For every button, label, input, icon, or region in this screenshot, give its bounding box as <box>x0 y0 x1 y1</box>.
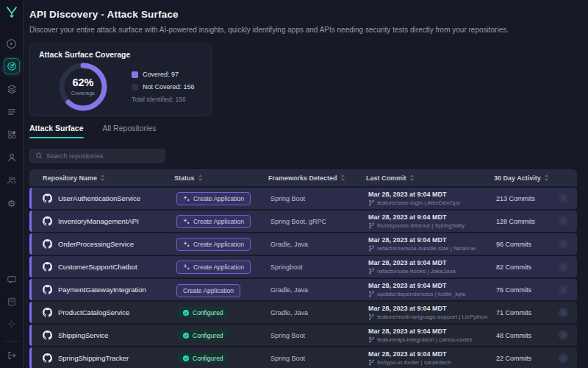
commit-branch: update/dependencies | kotlin_kyle <box>368 291 496 297</box>
docs-book-icon[interactable] <box>4 294 20 310</box>
legend-covered-swatch <box>132 71 138 78</box>
github-icon <box>43 239 52 249</box>
git-branch-icon <box>368 245 375 252</box>
col-repository-name[interactable]: Repository Name <box>29 174 174 182</box>
activity-commits: 48 Commits <box>496 332 531 339</box>
users-icon[interactable] <box>4 172 20 188</box>
commit-branch-text: refactor/use-hooks | JakeJava <box>377 268 456 275</box>
frameworks: Spring Boot <box>270 332 305 339</box>
grid-apps-icon[interactable] <box>4 127 20 143</box>
sparkle-plus-icon <box>183 195 190 202</box>
table-body: UserAuthenticationService Create Applica… <box>29 188 577 368</box>
col-last-commit[interactable]: Last Commit <box>366 174 494 182</box>
git-branch-icon <box>368 336 375 343</box>
table-row[interactable]: SpringShippingTracker Configured Spring … <box>29 347 577 368</box>
logout-icon[interactable] <box>4 347 20 364</box>
create-application-button[interactable]: Create Application <box>176 215 251 228</box>
info-icon[interactable]: i <box>559 330 568 340</box>
repo-name: OrderProcessingService <box>58 240 134 248</box>
repo-name: InventoryManagementAPI <box>58 217 139 225</box>
search-icon <box>35 152 43 160</box>
sparkle-plus-icon <box>183 241 190 248</box>
info-icon[interactable]: i <box>559 308 568 317</box>
frameworks: Springboot <box>270 263 303 271</box>
commit-branch: feature/api-integration | carlos-codes <box>368 336 496 343</box>
status-cell: Configured <box>176 329 270 342</box>
frameworks: Spring Boot <box>270 355 305 362</box>
layers-icon[interactable] <box>4 81 20 97</box>
commit-branch-text: refactor/reduce-bundle-size | NinaVue <box>377 245 476 252</box>
commit-branch-text: feature/user-login | AlexDevOps <box>377 199 460 206</box>
github-icon <box>43 308 52 317</box>
create-application-button[interactable]: Create Application <box>176 238 251 251</box>
create-application-button[interactable]: Create Application <box>176 284 240 297</box>
commit-branch: fix/typo-in-footer | saraintech <box>368 359 496 366</box>
repo-name: ShippingService <box>58 331 109 339</box>
check-circle-icon <box>182 355 190 362</box>
table-row[interactable]: ProductCatalogService Configured Gradle,… <box>29 302 577 323</box>
play-circle-icon[interactable] <box>4 35 20 52</box>
git-branch-icon <box>368 268 375 275</box>
sparkle-plus-icon <box>183 218 190 225</box>
spark-icon[interactable] <box>4 316 20 332</box>
col-30-day-activity[interactable]: 30 Day Activity <box>494 174 577 182</box>
col-frameworks-detected[interactable]: Frameworks Detected <box>268 174 366 182</box>
tab-attack-surface[interactable]: Attack Surface <box>29 124 84 138</box>
info-icon[interactable]: i <box>559 262 568 272</box>
table-row[interactable]: ShippingService Configured Spring Boot M… <box>29 325 577 346</box>
status-cell: Configured <box>176 352 270 365</box>
legend-not-covered: Not Covered: 156 <box>132 83 195 91</box>
commit-date: Mar 28, 2023 at 9:04 MDT <box>368 259 496 266</box>
tab-all-repositories[interactable]: All Repositories <box>103 124 157 138</box>
check-circle-icon <box>182 309 190 316</box>
gear-icon[interactable]: ⚙ <box>4 195 20 211</box>
sort-icon <box>100 174 105 181</box>
commit-branch-text: update/dependencies | kotlin_kyle <box>377 291 465 297</box>
commit-date: Mar 28, 2023 at 9:04 MDT <box>368 213 496 221</box>
sort-icon <box>340 174 345 181</box>
search-input[interactable] <box>46 152 159 160</box>
status-cell: Create Application <box>176 261 270 274</box>
repo-name: PaymentGatewayIntegration <box>58 286 146 294</box>
repositories-table: Repository Name Status Frameworks Detect… <box>29 169 577 368</box>
user-icon[interactable] <box>4 149 20 166</box>
info-icon[interactable]: i <box>559 216 568 226</box>
api-discovery-radar-icon[interactable] <box>4 58 20 74</box>
github-icon <box>43 330 52 340</box>
info-icon[interactable]: i <box>559 285 568 294</box>
activity-commits: 22 Commits <box>496 355 531 362</box>
commit-branch: refactor/use-hooks | JakeJava <box>368 268 496 275</box>
create-application-button[interactable]: Create Application <box>176 261 251 274</box>
coverage-card-title: Attack Surface Coverage <box>39 50 202 59</box>
info-icon[interactable]: i <box>559 239 568 249</box>
search-box[interactable] <box>29 149 165 163</box>
legend-not-covered-swatch <box>132 84 138 91</box>
frameworks: Gradle, Java <box>270 241 308 248</box>
info-icon[interactable]: i <box>559 194 568 203</box>
page-subtitle: Discover your entire attack surface with… <box>29 26 573 34</box>
table-row[interactable]: PaymentGatewayIntegration Create Applica… <box>29 279 577 300</box>
col-status[interactable]: Status <box>174 174 268 182</box>
total-identified: Total Identified: 156 <box>132 96 195 103</box>
table-row[interactable]: CustomerSupportChatbot Create Applicatio… <box>29 256 577 277</box>
commit-branch-text: feature/api-integration | carlos-codes <box>377 336 473 343</box>
table-row[interactable]: OrderProcessingService Create Applicatio… <box>29 233 577 255</box>
table-row[interactable]: InventoryManagementAPI Create Applicatio… <box>29 210 577 232</box>
info-icon[interactable]: i <box>559 353 568 363</box>
status-cell: Configured <box>176 306 270 319</box>
frameworks: Gradle, Java <box>270 309 308 316</box>
commit-branch: feature/user-login | AlexDevOps <box>368 199 496 206</box>
commit-date: Mar 28, 2023 at 9:04 MDT <box>368 328 496 335</box>
activity-commits: 82 Commits <box>496 263 531 271</box>
chat-icon[interactable] <box>4 272 20 288</box>
list-icon[interactable] <box>4 104 20 120</box>
table-row[interactable]: UserAuthenticationService Create Applica… <box>29 188 577 209</box>
commit-branch-text: fix/response-timeout | SpringSally <box>377 222 465 229</box>
coverage-percent: 62% <box>72 77 93 88</box>
create-application-button[interactable]: Create Application <box>176 192 251 205</box>
check-circle-icon <box>182 332 190 339</box>
frameworks: Spring Boot <box>270 195 305 202</box>
commit-date: Mar 28, 2023 at 9:04 MDT <box>368 191 496 198</box>
status-cell: Create Application <box>176 283 270 297</box>
git-branch-icon <box>368 359 375 366</box>
